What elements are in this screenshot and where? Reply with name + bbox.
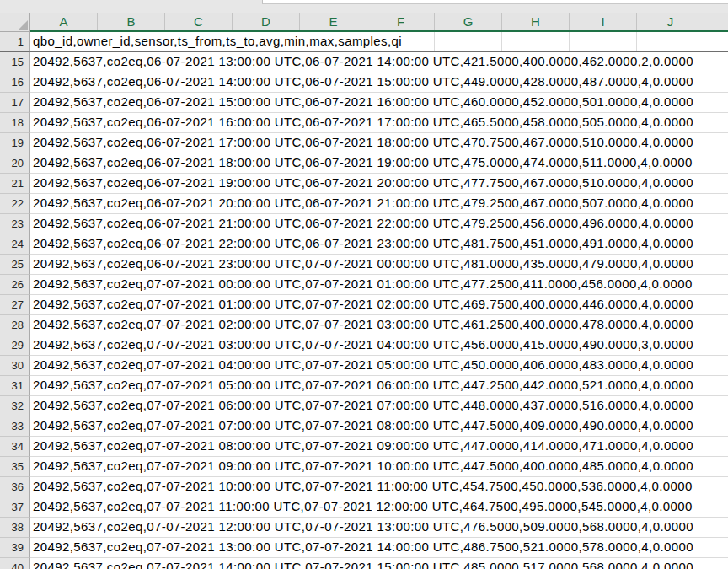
table-row: 1620492,5637,co2eq,06-07-2021 14:00:00 U… [0,72,728,93]
row-header[interactable]: 36 [0,477,30,497]
cell-text[interactable]: 20492,5637,co2eq,07-07-2021 07:00:00 UTC… [30,416,728,437]
row-header[interactable]: 20 [0,153,30,174]
row-header[interactable]: 1 [0,32,30,52]
row-header[interactable]: 29 [0,335,30,356]
table-row: 2220492,5637,co2eq,06-07-2021 20:00:00 U… [0,194,728,214]
cell-text[interactable]: 20492,5637,co2eq,07-07-2021 11:00:00 UTC… [30,497,728,518]
sheet-grid: 1qbo_id,owner_id,sensor,ts_from,ts_to,av… [0,32,728,569]
table-row: 3220492,5637,co2eq,07-07-2021 06:00:00 U… [0,396,728,416]
table-row: 3120492,5637,co2eq,07-07-2021 05:00:00 U… [0,376,728,396]
row-header[interactable]: 26 [0,275,30,295]
table-row: 1820492,5637,co2eq,06-07-2021 16:00:00 U… [0,113,728,133]
column-header[interactable]: C [165,13,233,30]
column-headers: ABCDEFGHIJ [30,13,728,32]
cell-text[interactable]: 20492,5637,co2eq,07-07-2021 13:00:00 UTC… [30,538,728,558]
cell-text[interactable]: 20492,5637,co2eq,07-07-2021 05:00:00 UTC… [30,376,728,396]
column-header[interactable]: G [435,13,502,30]
row-header[interactable]: 18 [0,113,30,133]
table-row: 1520492,5637,co2eq,06-07-2021 13:00:00 U… [0,52,728,72]
row-header[interactable]: 21 [0,174,30,194]
select-all-button[interactable] [0,13,30,32]
row-header[interactable]: 40 [0,558,30,569]
row-header[interactable]: 27 [0,295,30,315]
column-header[interactable]: A [30,13,98,30]
cell-text[interactable]: 20492,5637,co2eq,07-07-2021 14:00:00 UTC… [30,558,728,569]
table-row: 3420492,5637,co2eq,07-07-2021 08:00:00 U… [0,437,728,457]
column-header[interactable]: D [233,13,300,30]
formula-bar[interactable] [262,0,728,4]
table-row: 3020492,5637,co2eq,07-07-2021 04:00:00 U… [0,356,728,376]
select-all-triangle-icon [19,20,28,30]
row-header[interactable]: 15 [0,52,30,72]
cell-text[interactable]: 20492,5637,co2eq,06-07-2021 16:00:00 UTC… [30,113,728,133]
cell-text[interactable]: 20492,5637,co2eq,07-07-2021 08:00:00 UTC… [30,437,728,457]
top-chrome-strip [0,0,728,13]
table-row: 2420492,5637,co2eq,06-07-2021 22:00:00 U… [0,234,728,255]
table-row: 3620492,5637,co2eq,07-07-2021 10:00:00 U… [0,477,728,497]
cell-text[interactable]: qbo_id,owner_id,sensor,ts_from,ts_to,avg… [30,32,728,52]
cell-text[interactable]: 20492,5637,co2eq,06-07-2021 14:00:00 UTC… [30,72,728,93]
cell-text[interactable]: 20492,5637,co2eq,06-07-2021 17:00:00 UTC… [30,133,728,153]
table-row: 2720492,5637,co2eq,07-07-2021 01:00:00 U… [0,295,728,315]
cell-text[interactable]: 20492,5637,co2eq,07-07-2021 04:00:00 UTC… [30,356,728,376]
table-row: 2520492,5637,co2eq,06-07-2021 23:00:00 U… [0,255,728,275]
row-header[interactable]: 32 [0,396,30,416]
row-header[interactable]: 39 [0,538,30,558]
row-header[interactable]: 28 [0,315,30,335]
table-row: 3520492,5637,co2eq,07-07-2021 09:00:00 U… [0,457,728,477]
row-header[interactable]: 34 [0,437,30,457]
table-row: 3920492,5637,co2eq,07-07-2021 13:00:00 U… [0,538,728,558]
table-row: 1qbo_id,owner_id,sensor,ts_from,ts_to,av… [0,32,728,52]
table-row: 2620492,5637,co2eq,07-07-2021 00:00:00 U… [0,275,728,295]
column-header[interactable]: I [570,13,637,30]
cell-text[interactable]: 20492,5637,co2eq,07-07-2021 09:00:00 UTC… [30,457,728,477]
table-row: 2920492,5637,co2eq,07-07-2021 03:00:00 U… [0,335,728,356]
table-row: 2020492,5637,co2eq,06-07-2021 18:00:00 U… [0,153,728,174]
table-row: 3320492,5637,co2eq,07-07-2021 07:00:00 U… [0,416,728,437]
column-header[interactable]: J [637,13,704,30]
cell-text[interactable]: 20492,5637,co2eq,06-07-2021 22:00:00 UTC… [30,234,728,255]
table-row: 3720492,5637,co2eq,07-07-2021 11:00:00 U… [0,497,728,518]
cell-text[interactable]: 20492,5637,co2eq,06-07-2021 18:00:00 UTC… [30,153,728,174]
cell-text[interactable]: 20492,5637,co2eq,07-07-2021 01:00:00 UTC… [30,295,728,315]
column-header-strip: ABCDEFGHIJ [0,13,728,32]
row-header[interactable]: 31 [0,376,30,396]
cell-text[interactable]: 20492,5637,co2eq,07-07-2021 10:00:00 UTC… [30,477,728,497]
cell-text[interactable]: 20492,5637,co2eq,06-07-2021 19:00:00 UTC… [30,174,728,194]
cell-text[interactable]: 20492,5637,co2eq,07-07-2021 12:00:00 UTC… [30,518,728,538]
column-header[interactable]: H [502,13,570,30]
cell-text[interactable]: 20492,5637,co2eq,06-07-2021 20:00:00 UTC… [30,194,728,214]
row-header[interactable]: 24 [0,234,30,255]
table-row: 1720492,5637,co2eq,06-07-2021 15:00:00 U… [0,93,728,113]
column-header[interactable]: F [367,13,435,30]
row-header[interactable]: 23 [0,214,30,234]
row-header[interactable]: 16 [0,72,30,93]
column-header[interactable]: B [98,13,165,30]
row-header[interactable]: 38 [0,518,30,538]
cell-text[interactable]: 20492,5637,co2eq,06-07-2021 23:00:00 UTC… [30,255,728,275]
cell-text[interactable]: 20492,5637,co2eq,06-07-2021 13:00:00 UTC… [30,52,728,72]
row-header[interactable]: 37 [0,497,30,518]
row-header[interactable]: 25 [0,255,30,275]
cell-text[interactable]: 20492,5637,co2eq,07-07-2021 03:00:00 UTC… [30,335,728,356]
row-header[interactable]: 19 [0,133,30,153]
row-header[interactable]: 30 [0,356,30,376]
cell-text[interactable]: 20492,5637,co2eq,06-07-2021 15:00:00 UTC… [30,93,728,113]
cell-text[interactable]: 20492,5637,co2eq,07-07-2021 02:00:00 UTC… [30,315,728,335]
row-header[interactable]: 35 [0,457,30,477]
column-header[interactable]: E [300,13,367,30]
table-row: 1920492,5637,co2eq,06-07-2021 17:00:00 U… [0,133,728,153]
cell-text[interactable]: 20492,5637,co2eq,07-07-2021 06:00:00 UTC… [30,396,728,416]
cell-text[interactable]: 20492,5637,co2eq,07-07-2021 00:00:00 UTC… [30,275,728,295]
table-row: 2820492,5637,co2eq,07-07-2021 02:00:00 U… [0,315,728,335]
row-header[interactable]: 22 [0,194,30,214]
table-row: 2320492,5637,co2eq,06-07-2021 21:00:00 U… [0,214,728,234]
cell-text[interactable]: 20492,5637,co2eq,06-07-2021 21:00:00 UTC… [30,214,728,234]
table-row: 3820492,5637,co2eq,07-07-2021 12:00:00 U… [0,518,728,538]
row-header[interactable]: 17 [0,93,30,113]
row-header[interactable]: 33 [0,416,30,437]
table-row: 4020492,5637,co2eq,07-07-2021 14:00:00 U… [0,558,728,569]
table-row: 2120492,5637,co2eq,06-07-2021 19:00:00 U… [0,174,728,194]
